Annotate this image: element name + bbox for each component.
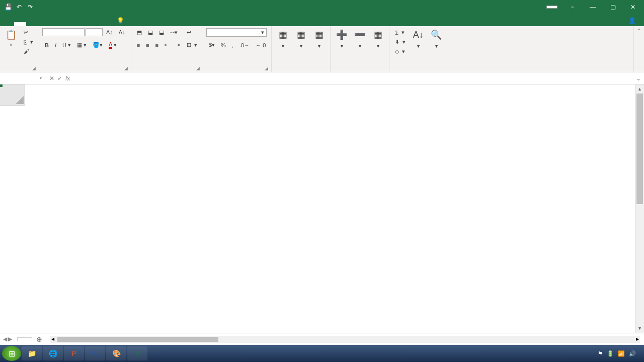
cancel-icon[interactable]: ✕ xyxy=(49,75,54,82)
system-tray[interactable]: ⚑ 🔋 📶 🔊 xyxy=(598,350,642,357)
tab-file[interactable] xyxy=(2,22,14,26)
add-sheet-button[interactable]: ⊕ xyxy=(32,335,46,343)
tray-battery-icon[interactable]: 🔋 xyxy=(607,350,614,357)
paste-button[interactable]: 📋▾ xyxy=(3,28,19,48)
wrap-text-button[interactable]: ↩ xyxy=(184,28,200,37)
vertical-scrollbar[interactable]: ▲ ▼ xyxy=(635,84,644,333)
tab-home[interactable] xyxy=(14,22,26,26)
dialog-launcher-icon[interactable]: ◢ xyxy=(265,66,268,71)
windows-taskbar: ⊞ 📁 🌐 P W 🎨 X ⚑ 🔋 📶 🔊 xyxy=(0,345,644,362)
tray-flag-icon[interactable]: ⚑ xyxy=(598,350,603,357)
underline-button[interactable]: U ▾ xyxy=(60,41,73,49)
number-format-combo[interactable]: ▾ xyxy=(206,28,267,37)
tab-insert[interactable] xyxy=(26,22,38,26)
tab-data[interactable] xyxy=(62,22,74,26)
taskbar-explorer-icon[interactable]: 📁 xyxy=(22,346,42,360)
scroll-up-icon[interactable]: ▲ xyxy=(635,84,644,94)
collapse-ribbon-icon[interactable]: ˆ xyxy=(634,26,644,72)
minimize-button[interactable]: — xyxy=(584,0,602,14)
save-icon[interactable]: 💾 xyxy=(4,4,12,11)
format-painter-button[interactable]: 🖌 xyxy=(21,47,36,55)
font-name-combo[interactable] xyxy=(42,28,85,36)
sort-filter-button[interactable]: A↓▾ xyxy=(410,28,426,50)
delete-cells-button[interactable]: ➖▾ xyxy=(352,28,368,50)
close-button[interactable]: ✕ xyxy=(624,0,642,14)
autosum-button[interactable]: Σ ▾ xyxy=(392,28,408,37)
name-box[interactable]: ▾ xyxy=(0,76,45,80)
align-right-icon[interactable]: ≡ xyxy=(153,41,161,49)
format-as-table-button[interactable]: ▦▾ xyxy=(293,28,309,50)
dialog-launcher-icon[interactable]: ◢ xyxy=(196,66,200,71)
maximize-button[interactable]: ▢ xyxy=(604,0,622,14)
decrease-font-icon[interactable]: A↓ xyxy=(116,28,128,36)
clear-button[interactable]: ◇ ▾ xyxy=(392,47,408,56)
share-button[interactable]: 👤 xyxy=(622,15,644,26)
tray-network-icon[interactable]: 📶 xyxy=(618,350,625,357)
scroll-down-icon[interactable]: ▼ xyxy=(635,324,644,333)
cut-button[interactable]: ✂ xyxy=(21,28,36,37)
taskbar-chrome-icon[interactable]: 🌐 xyxy=(43,346,63,360)
insert-cells-button[interactable]: ➕▾ xyxy=(334,28,350,50)
cond-format-icon: ▦ xyxy=(277,29,289,41)
horizontal-scrollbar[interactable]: ◀▶ xyxy=(50,336,640,343)
undo-icon[interactable]: ↶ xyxy=(15,4,23,11)
increase-decimal-icon[interactable]: .0→ xyxy=(237,41,252,49)
copy-button[interactable]: ⎘ ▾ xyxy=(21,38,36,46)
taskbar-word-icon[interactable]: W xyxy=(85,346,105,360)
percent-icon[interactable]: % xyxy=(218,41,228,49)
find-select-button[interactable]: 🔍▾ xyxy=(428,28,444,50)
cell-styles-button[interactable]: ▦▾ xyxy=(311,28,327,50)
align-bottom-icon[interactable]: ⬓ xyxy=(156,28,167,37)
format-cells-button[interactable]: ▦▾ xyxy=(370,28,386,50)
group-number: ▾ $▾ % , .0→ ←.0 ◢ xyxy=(203,26,272,72)
ribbon-options-icon[interactable]: ▫ xyxy=(564,0,582,14)
sign-in-button[interactable] xyxy=(546,6,557,9)
increase-font-icon[interactable]: A↑ xyxy=(104,28,115,36)
decrease-decimal-icon[interactable]: ←.0 xyxy=(253,41,268,49)
align-top-icon[interactable]: ⬒ xyxy=(134,28,144,37)
sheet-tab-sheet1[interactable] xyxy=(17,337,32,341)
expand-formula-icon[interactable]: ⌄ xyxy=(633,75,644,82)
bold-button[interactable]: B xyxy=(42,41,51,49)
taskbar-excel-icon[interactable]: X xyxy=(127,346,147,360)
align-left-icon[interactable]: ≡ xyxy=(134,41,142,49)
italic-button[interactable]: I xyxy=(52,41,59,49)
align-middle-icon[interactable]: ⬓ xyxy=(145,28,155,37)
spreadsheet-grid: ▲ ▼ xyxy=(0,84,644,333)
find-icon: 🔍 xyxy=(430,29,442,41)
tab-page-layout[interactable] xyxy=(38,22,50,26)
border-button[interactable]: ▦ ▾ xyxy=(74,41,89,49)
taskbar-paint-icon[interactable]: 🎨 xyxy=(106,346,126,360)
tab-formulas[interactable] xyxy=(50,22,62,26)
indent-dec-icon[interactable]: ⇤ xyxy=(162,41,172,49)
font-color-button[interactable]: A▾ xyxy=(106,40,119,50)
delete-icon: ➖ xyxy=(354,29,366,41)
indent-inc-icon[interactable]: ⇥ xyxy=(173,41,182,49)
select-all-button[interactable] xyxy=(0,84,25,106)
tray-volume-icon[interactable]: 🔊 xyxy=(629,350,636,357)
tell-me[interactable]: 💡 xyxy=(111,15,130,26)
dialog-launcher-icon[interactable]: ◢ xyxy=(32,66,36,71)
insert-icon: ➕ xyxy=(336,29,348,41)
redo-icon[interactable]: ↷ xyxy=(26,4,34,11)
enter-icon[interactable]: ✓ xyxy=(57,75,62,82)
tab-view[interactable] xyxy=(87,22,99,26)
fill-color-button[interactable]: 🪣▾ xyxy=(90,41,105,49)
sheet-nav[interactable]: ◀▶ xyxy=(0,336,15,342)
align-center-icon[interactable]: ≡ xyxy=(143,41,151,49)
orientation-icon[interactable]: ⤻▾ xyxy=(168,28,180,37)
tab-review[interactable] xyxy=(74,22,87,26)
scroll-thumb[interactable] xyxy=(636,94,643,204)
taskbar-powerpoint-icon[interactable]: P xyxy=(64,346,84,360)
start-button[interactable]: ⊞ xyxy=(2,346,21,361)
merge-center-button[interactable]: ⊞ ▾ xyxy=(184,41,200,49)
dialog-launcher-icon[interactable]: ◢ xyxy=(124,66,128,71)
fill-button[interactable]: ⬇ ▾ xyxy=(392,38,408,46)
comma-icon[interactable]: , xyxy=(229,41,236,49)
share-icon: 👤 xyxy=(628,17,636,24)
fx-icon[interactable]: fx xyxy=(65,75,70,82)
font-size-combo[interactable] xyxy=(86,28,103,36)
conditional-formatting-button[interactable]: ▦▾ xyxy=(275,28,291,50)
tab-help[interactable] xyxy=(99,22,111,26)
currency-icon[interactable]: $▾ xyxy=(206,41,217,49)
